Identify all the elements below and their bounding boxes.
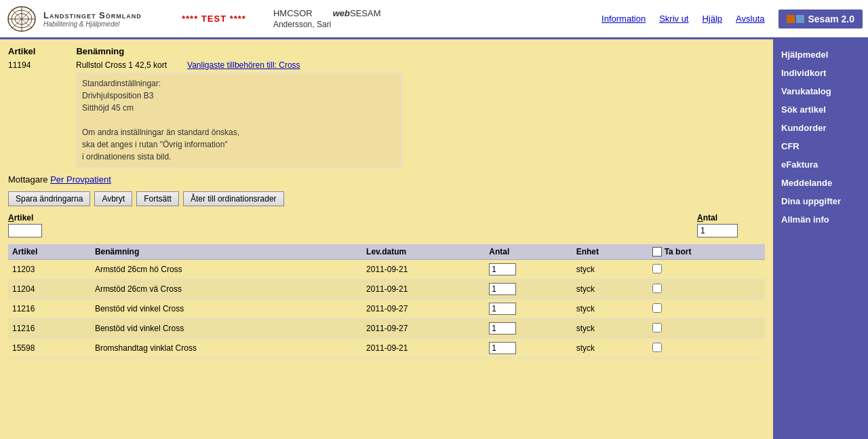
logo-icon xyxy=(5,4,38,34)
cell-artikel: 15598 xyxy=(8,339,91,358)
cell-enhet: styck xyxy=(572,260,648,280)
ta-bort-checkbox[interactable] xyxy=(652,343,662,352)
table-header: Artikel Benämning Lev.datum Antal Enhet … xyxy=(8,244,765,260)
sidebar-item[interactable]: Dina uppgifter xyxy=(773,193,868,210)
information-link[interactable]: Information xyxy=(601,14,646,24)
sidebar-item[interactable]: Kundorder xyxy=(773,119,868,136)
th-antal: Antal xyxy=(485,244,572,260)
col-benamning-header: Benämning xyxy=(76,46,124,56)
hjalp-link[interactable]: Hjälp xyxy=(702,14,722,24)
ta-bort-checkbox[interactable] xyxy=(652,264,662,273)
cell-ta-bort xyxy=(648,280,765,299)
article-name: Rullstol Cross 1 42,5 kort xyxy=(76,60,167,70)
spara-button[interactable]: Spara ändringarna xyxy=(8,191,90,206)
logo-area: Landstinget Sörmland Habilitering & Hjäl… xyxy=(5,4,168,34)
sidebar-item[interactable]: Varukatalog xyxy=(773,83,868,100)
details-line1: Standardinställningar: xyxy=(82,79,161,88)
header-nav: HMCSOR webSESAM Andersson, Sari xyxy=(273,8,601,29)
header-nav-user: Andersson, Sari xyxy=(273,20,331,29)
ta-bort-header-checkbox[interactable] xyxy=(652,247,662,256)
ater-button[interactable]: Åter till ordinationsrader xyxy=(183,191,284,206)
sesam-icon-sq2 xyxy=(796,15,804,23)
header-links: Information Skriv ut Hjälp Avsluta xyxy=(601,14,764,24)
cell-lev-datum: 2011-09-21 xyxy=(362,260,485,280)
cell-enhet: styck xyxy=(572,299,648,319)
skriv-ut-link[interactable]: Skriv ut xyxy=(659,14,688,24)
recipient-label: Mottagare xyxy=(8,174,48,185)
antal-field-label: Antal xyxy=(697,213,738,223)
websesam-label: webSESAM xyxy=(333,8,381,18)
fortsatt-button[interactable]: Fortsätt xyxy=(136,191,179,206)
sesam-badge: Sesam 2.0 xyxy=(778,9,863,28)
cell-lev-datum: 2011-09-21 xyxy=(362,280,485,299)
antal-input[interactable] xyxy=(697,224,738,237)
avbryt-button[interactable]: Avbryt xyxy=(94,191,132,206)
logo-subtitle: Habilitering & Hjälpmedel xyxy=(43,20,142,28)
sidebar-item[interactable]: CFR xyxy=(773,138,868,155)
hmcsor-label: HMCSOR xyxy=(273,8,313,18)
th-artikel: Artikel xyxy=(8,244,91,260)
cell-antal xyxy=(485,280,572,299)
cell-benamning: Armstöd 26cm hö Cross xyxy=(91,260,362,280)
web-prefix: web xyxy=(333,8,350,18)
ta-bort-checkbox[interactable] xyxy=(652,323,662,332)
cell-enhet: styck xyxy=(572,280,648,299)
sidebar-item[interactable]: eFaktura xyxy=(773,156,868,173)
avsluta-link[interactable]: Avsluta xyxy=(736,14,764,24)
logo-title: Landstinget Sörmland xyxy=(43,10,142,20)
ta-bort-checkbox[interactable] xyxy=(652,303,662,313)
cell-enhet: styck xyxy=(572,319,648,339)
cell-artikel: 11216 xyxy=(8,319,91,339)
qty-input[interactable] xyxy=(489,322,516,335)
cell-benamning: Benstöd vid vinkel Cross xyxy=(91,299,362,319)
table-row: 11204 Armstöd 26cm vä Cross 2011-09-21 s… xyxy=(8,280,765,299)
table-row: 11216 Benstöd vid vinkel Cross 2011-09-2… xyxy=(8,319,765,339)
cell-antal xyxy=(485,299,572,319)
sidebar-item[interactable]: Individkort xyxy=(773,64,868,81)
article-number: 11194 xyxy=(8,60,76,168)
details-line6: ska det anges i rutan "Övrig information… xyxy=(82,140,228,149)
table-row: 15598 Bromshandtag vinklat Cross 2011-09… xyxy=(8,339,765,358)
recipient-name[interactable]: Per Provpatient xyxy=(50,174,111,185)
th-benamning: Benämning xyxy=(91,244,362,260)
header-nav-top: HMCSOR webSESAM xyxy=(273,8,381,18)
recipient: Mottagare Per Provpatient xyxy=(8,174,765,185)
table-row: 11216 Benstöd vid vinkel Cross 2011-09-2… xyxy=(8,299,765,319)
sesam-icon-sq1 xyxy=(787,15,795,23)
artikel-field-group: Artikel xyxy=(8,213,42,237)
main-layout: Artikel Benämning 11194 Rullstol Cross 1… xyxy=(0,39,868,439)
cell-ta-bort xyxy=(648,260,765,280)
cell-ta-bort xyxy=(648,339,765,358)
th-enhet: Enhet xyxy=(572,244,648,260)
top-info-header: Artikel Benämning xyxy=(8,46,765,56)
sidebar-item[interactable]: Sök artikel xyxy=(773,101,868,118)
article-details: Standardinställningar: Drivhjulsposition… xyxy=(76,73,401,168)
col-artikel-header: Artikel xyxy=(8,46,35,56)
sidebar-item[interactable]: Hjälpmedel xyxy=(773,46,868,63)
sidebar-item[interactable]: Meddelande xyxy=(773,174,868,191)
cell-artikel: 11203 xyxy=(8,260,91,280)
qty-input[interactable] xyxy=(489,263,516,275)
qty-input[interactable] xyxy=(489,303,516,315)
th-ta-bort: Ta bort xyxy=(648,244,765,260)
sesam-badge-label: Sesam 2.0 xyxy=(808,14,855,24)
cell-antal xyxy=(485,319,572,339)
article-desc: Rullstol Cross 1 42,5 kort Vanligaste ti… xyxy=(76,60,765,168)
test-badge: **** TEST **** xyxy=(182,14,246,24)
cell-artikel: 11204 xyxy=(8,280,91,299)
qty-input[interactable] xyxy=(489,342,516,354)
qty-input[interactable] xyxy=(489,283,516,295)
cell-ta-bort xyxy=(648,319,765,339)
cell-benamning: Armstöd 26cm vä Cross xyxy=(91,280,362,299)
details-line5: Om andra inställningar än standard önska… xyxy=(82,128,239,137)
accessories-link[interactable]: Vanligaste tillbehören till: Cross xyxy=(187,60,300,70)
cell-benamning: Benstöd vid vinkel Cross xyxy=(91,319,362,339)
items-table: Artikel Benämning Lev.datum Antal Enhet … xyxy=(8,244,765,358)
sidebar: HjälpmedelIndividkortVarukatalogSök arti… xyxy=(773,39,868,439)
table-body: 11203 Armstöd 26cm hö Cross 2011-09-21 s… xyxy=(8,260,765,358)
artikel-input[interactable] xyxy=(8,224,42,237)
ta-bort-checkbox[interactable] xyxy=(652,284,662,293)
table-row: 11203 Armstöd 26cm hö Cross 2011-09-21 s… xyxy=(8,260,765,280)
cell-antal xyxy=(485,339,572,358)
sidebar-item[interactable]: Allmän info xyxy=(773,211,868,228)
